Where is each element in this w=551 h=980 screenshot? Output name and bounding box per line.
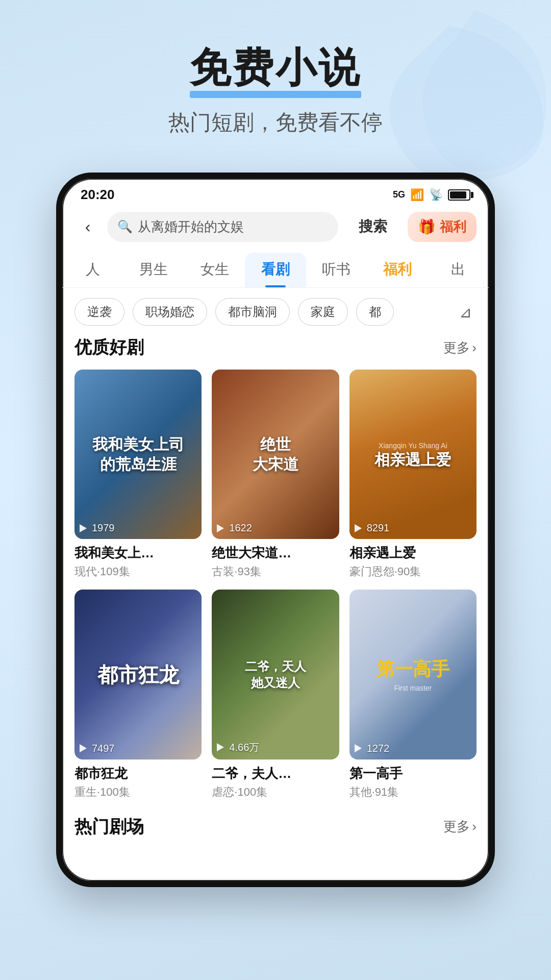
tab-audio[interactable]: 听书 — [306, 253, 367, 287]
drama-card-1[interactable]: 我和美女上司的荒岛生涯 1979 我和美女上… 现代·109集 — [74, 370, 202, 579]
filter-icon[interactable]: ⊿ — [454, 301, 477, 323]
drama4-name: 都市狂龙 — [74, 765, 202, 782]
signal-bars-icon: 📶 — [410, 188, 424, 202]
drama3-cjk-title: 相亲遇上爱 — [374, 450, 451, 470]
drama-card-4[interactable]: 都市狂龙 7497 都市狂龙 重生·100集 — [74, 590, 202, 799]
filter-tag-du[interactable]: 都 — [356, 298, 394, 326]
filter-tag-zhichang[interactable]: 职场婚恋 — [133, 298, 207, 326]
drama1-name: 我和美女上… — [74, 544, 202, 562]
hot-section: 热门剧场 更多 › — [62, 815, 489, 839]
drama2-play-count: 1622 — [217, 522, 252, 534]
quality-section-title: 优质好剧 — [74, 336, 144, 359]
tab-out[interactable]: 出 — [428, 253, 489, 287]
signal-5g: 5G — [393, 189, 405, 200]
filter-row: 逆袭 职场婚恋 都市脑洞 家庭 都 ⊿ — [62, 288, 489, 336]
drama6-yellow-title: 第一高手 — [376, 657, 449, 682]
welfare-label: 福利 — [440, 218, 466, 236]
filter-tag-nixi[interactable]: 逆袭 — [74, 298, 124, 326]
tab-female[interactable]: 女生 — [184, 253, 245, 287]
hot-section-title: 热门剧场 — [74, 815, 144, 839]
drama3-en-title: Xiangqin Yu Shang Ai — [379, 442, 447, 450]
drama4-meta: 重生·100集 — [74, 785, 202, 800]
drama-card-2[interactable]: 绝世大宋道 1622 绝世大宋道… 古装·93集 — [212, 370, 339, 579]
drama5-cjk-title: 二爷，天人她又迷人 — [245, 658, 306, 690]
battery-icon — [448, 189, 470, 201]
back-button[interactable]: ‹ — [74, 213, 101, 240]
search-row: ‹ 🔍 从离婚开始的文娱 搜索 🎁 福利 — [62, 207, 489, 242]
status-time: 20:20 — [81, 187, 115, 203]
drama6-name: 第一高手 — [349, 765, 477, 782]
hot-section-more[interactable]: 更多 › — [443, 818, 477, 836]
tab-welfare[interactable]: 福利 — [367, 253, 428, 287]
quality-section: 优质好剧 更多 › 我和美女上司的荒岛生涯 1979 — [62, 336, 489, 800]
search-button[interactable]: 搜索 — [344, 211, 402, 242]
filter-tag-dushi[interactable]: 都市脑洞 — [215, 298, 290, 326]
drama-grid: 我和美女上司的荒岛生涯 1979 我和美女上… 现代·109集 — [74, 370, 477, 800]
drama-card-6[interactable]: 第一高手 First master 1272 第一高手 其他·91集 — [349, 590, 477, 799]
drama6-en-title: First master — [394, 684, 432, 692]
search-placeholder-text: 从离婚开始的文娱 — [138, 218, 328, 236]
drama1-cjk-title: 我和美女上司的荒岛生涯 — [92, 434, 184, 474]
drama3-play-count: 8291 — [355, 522, 390, 534]
tab-renren[interactable]: 人 — [62, 253, 123, 287]
phone-frame: 20:20 5G 📶 📡 ‹ 🔍 从离婚开始的文娱 搜索 🎁 福利 — [56, 173, 495, 887]
drama-card-5[interactable]: 二爷，天人她又迷人 4.66万 二爷，夫人… 虐恋·100集 — [212, 590, 339, 799]
drama1-meta: 现代·109集 — [74, 564, 202, 579]
tab-drama[interactable]: 看剧 — [245, 253, 306, 287]
drama5-play-count: 4.66万 — [217, 741, 259, 754]
tab-male[interactable]: 男生 — [123, 253, 184, 287]
drama2-name: 绝世大宋道… — [212, 544, 339, 562]
drama2-meta: 古装·93集 — [212, 564, 339, 579]
drama5-meta: 虐恋·100集 — [212, 785, 339, 800]
sub-title: 热门短剧，免费看不停 — [0, 108, 551, 137]
status-bar: 20:20 5G 📶 📡 — [62, 179, 489, 207]
drama6-meta: 其他·91集 — [349, 785, 477, 800]
search-input-wrap[interactable]: 🔍 从离婚开始的文娱 — [107, 212, 338, 242]
drama4-cjk-title: 都市狂龙 — [97, 662, 179, 688]
drama2-cjk-title: 绝世大宋道 — [253, 434, 298, 474]
drama6-play-count: 1272 — [355, 743, 390, 754]
main-title: 免费小说 — [190, 41, 361, 96]
quality-section-more[interactable]: 更多 › — [443, 339, 477, 357]
drama3-meta: 豪门恩怨·90集 — [349, 564, 477, 579]
filter-tag-jiating[interactable]: 家庭 — [298, 298, 348, 326]
drama-card-3[interactable]: Xiangqin Yu Shang Ai 相亲遇上爱 8291 相亲遇上爱 豪门… — [349, 370, 477, 579]
nav-tabs: 人 男生 女生 看剧 听书 福利 出 — [62, 242, 489, 288]
drama3-name: 相亲遇上爱 — [349, 544, 477, 562]
drama4-play-count: 7497 — [80, 743, 115, 754]
welfare-button[interactable]: 🎁 福利 — [408, 212, 477, 242]
drama1-play-count: 1979 — [80, 522, 115, 534]
gift-icon: 🎁 — [418, 218, 436, 235]
wifi-icon: 📡 — [429, 188, 443, 202]
search-icon: 🔍 — [117, 219, 133, 234]
drama5-name: 二爷，夫人… — [212, 765, 339, 782]
